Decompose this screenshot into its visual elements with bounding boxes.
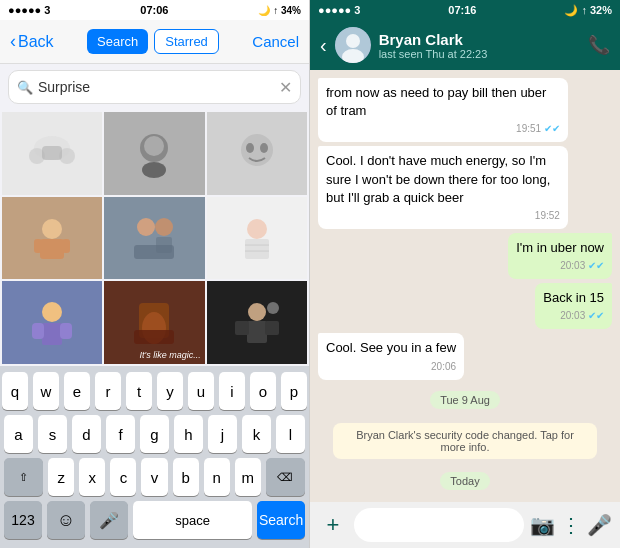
gif-item-8[interactable]: It's like magic... [104,281,204,364]
svg-rect-26 [60,323,72,339]
message-text-1: from now as need to pay bill then uber o… [326,85,546,118]
gif-item-5[interactable] [104,197,204,280]
key-l[interactable]: l [276,415,305,453]
starred-nav-button[interactable]: Starred [154,29,219,54]
key-e[interactable]: e [64,372,90,410]
message-3: I'm in uber now 20:03 ✔✔ [508,233,612,279]
key-m[interactable]: m [235,458,261,496]
chat-input-bar: + 📷 ⋮ 🎤 [310,502,620,548]
keyboard-row-3: ⇧ z x c v b n m ⌫ [4,458,305,496]
key-r[interactable]: r [95,372,121,410]
key-b[interactable]: b [173,458,199,496]
key-j[interactable]: j [208,415,237,453]
gif-item-3[interactable] [207,112,307,195]
message-1: from now as need to pay bill then uber o… [318,78,568,142]
key-t[interactable]: t [126,372,152,410]
key-c[interactable]: c [110,458,136,496]
camera-icon[interactable]: 📷 [530,513,555,537]
search-text[interactable]: Surprise [38,79,279,95]
gif-item-7[interactable] [2,281,102,364]
key-o[interactable]: o [250,372,276,410]
svg-rect-12 [34,239,42,253]
magic-label: It's like magic... [139,350,200,360]
chat-input[interactable] [354,508,524,542]
key-shift[interactable]: ⇧ [4,458,43,496]
key-x[interactable]: x [79,458,105,496]
message-time-4: 20:03 ✔✔ [543,309,604,323]
chat-messages: from now as need to pay bill then uber o… [310,70,620,502]
key-search[interactable]: Search [257,501,305,539]
svg-point-10 [42,219,62,239]
right-panel: ●●●●● 3 07:16 🌙 ↑ 32% ‹ Bryan Clark last… [310,0,620,548]
key-n[interactable]: n [204,458,230,496]
date-badge-aug: Tue 9 Aug [430,391,500,409]
key-s[interactable]: s [38,415,67,453]
svg-rect-11 [40,239,64,259]
cancel-button[interactable]: Cancel [252,33,299,50]
date-separator-aug: Tue 9 Aug [318,390,612,409]
contact-name: Bryan Clark [379,31,580,48]
key-mic[interactable]: 🎤 [90,501,128,539]
message-time-5: 20:06 [326,360,456,374]
key-number[interactable]: 123 [4,501,42,539]
key-a[interactable]: a [4,415,33,453]
back-button[interactable]: ‹ Back [10,31,54,52]
today-badge: Today [440,472,489,490]
search-nav-button[interactable]: Search [87,29,148,54]
svg-rect-33 [265,321,279,335]
message-text-3: I'm in uber now [516,240,604,255]
chat-back-button[interactable]: ‹ [320,34,327,57]
key-i[interactable]: i [219,372,245,410]
top-nav: ‹ Back Search Starred Cancel [0,20,309,64]
key-u[interactable]: u [188,372,214,410]
key-w[interactable]: w [33,372,59,410]
today-separator: Today [318,471,612,490]
signal-left: ●●●●● 3 [8,4,50,16]
gif-item-4[interactable] [2,197,102,280]
message-text-2: Cool. I don't have much energy, so I'm s… [326,153,550,204]
gif-item-2[interactable] [104,112,204,195]
gif-item-6[interactable] [207,197,307,280]
key-z[interactable]: z [48,458,74,496]
tick-3: ✔✔ [588,260,604,271]
svg-rect-25 [32,323,44,339]
keyboard-row-1: q w e r t y u i o p [4,372,305,410]
call-icon[interactable]: 📞 [588,34,610,56]
gif-grid: It's like magic... [0,110,309,366]
mic-icon[interactable]: 🎤 [587,513,612,537]
key-f[interactable]: f [106,415,135,453]
key-space[interactable]: space [133,501,252,539]
svg-point-14 [137,218,155,236]
chevron-left-icon: ‹ [10,31,16,52]
key-p[interactable]: p [281,372,307,410]
svg-point-34 [267,302,279,314]
key-emoji[interactable]: ☺ [47,501,85,539]
more-icon[interactable]: ⋮ [561,513,581,537]
key-delete[interactable]: ⌫ [266,458,305,496]
svg-rect-32 [235,321,249,335]
svg-point-16 [155,218,173,236]
key-h[interactable]: h [174,415,203,453]
security-notice[interactable]: Bryan Clark's security code changed. Tap… [333,423,598,459]
contact-status: last seen Thu at 22:23 [379,48,580,60]
keyboard-row-2: a s d f g h j k l [4,415,305,453]
clear-icon[interactable]: ✕ [279,78,292,97]
message-time-1: 19:51 ✔✔ [326,122,560,136]
back-label: Back [18,33,54,51]
status-bar-left: ●●●●● 3 07:06 🌙 ↑ 34% [0,0,309,20]
key-q[interactable]: q [2,372,28,410]
key-k[interactable]: k [242,415,271,453]
keyboard: q w e r t y u i o p a s d f g h j k l ⇧ … [0,366,309,548]
nav-buttons: Search Starred [87,29,219,54]
svg-rect-18 [134,245,174,259]
key-d[interactable]: d [72,415,101,453]
key-g[interactable]: g [140,415,169,453]
left-panel: ●●●●● 3 07:06 🌙 ↑ 34% ‹ Back Search Star… [0,0,310,548]
svg-point-9 [260,143,268,153]
key-v[interactable]: v [141,458,167,496]
add-button[interactable]: + [318,512,348,538]
gif-item-9[interactable] [207,281,307,364]
gif-item-1[interactable] [2,112,102,195]
key-y[interactable]: y [157,372,183,410]
svg-point-5 [144,136,164,156]
